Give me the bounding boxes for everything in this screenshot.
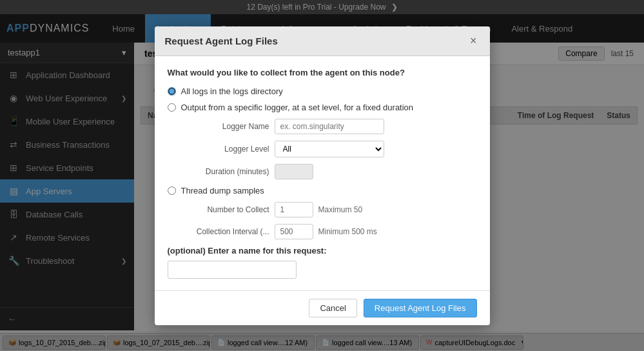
dialog-title: Request Agent Log Files <box>165 35 278 46</box>
modal-overlay: Request Agent Log Files × What would you… <box>0 0 644 351</box>
thread-fields: Number to Collect Maximum 50 Collection … <box>186 202 477 239</box>
num-collect-hint: Maximum 50 <box>318 205 363 214</box>
logger-fields: Logger Name Logger Level All DEBUG INFO … <box>186 119 477 179</box>
radio-option-all-logs[interactable]: All logs in the logs directory <box>168 86 477 96</box>
radio-all-logs-label: All logs in the logs directory <box>181 86 283 96</box>
logger-name-input[interactable] <box>275 119 384 134</box>
radio-specific-logger[interactable] <box>168 103 176 112</box>
logger-name-row: Logger Name <box>186 119 477 134</box>
duration-row: Duration (minutes) <box>186 164 477 179</box>
radio-thread-dump[interactable] <box>168 186 176 195</box>
dialog: Request Agent Log Files × What would you… <box>155 26 490 325</box>
radio-option-specific-logger[interactable]: Output from a specific logger, at a set … <box>168 103 477 112</box>
radio-specific-logger-label: Output from a specific logger, at a set … <box>181 103 414 112</box>
thread-dump-row[interactable]: Thread dump samples <box>168 186 477 196</box>
cancel-button[interactable]: Cancel <box>309 299 356 317</box>
collection-interval-row: Collection Interval (... Minimum 500 ms <box>186 224 477 239</box>
logger-level-row: Logger Level All DEBUG INFO WARN ERROR <box>186 141 477 157</box>
collection-interval-hint: Minimum 500 ms <box>318 227 377 236</box>
optional-label: (optional) Enter a name for this request… <box>168 246 477 256</box>
dialog-question: What would you like to collect from the … <box>168 68 477 77</box>
dialog-footer: Cancel Request Agent Log Files <box>155 290 490 325</box>
num-collect-input[interactable] <box>275 202 313 217</box>
radio-thread-dump-label: Thread dump samples <box>181 186 264 196</box>
dialog-header: Request Agent Log Files × <box>155 26 490 56</box>
dialog-body: What would you like to collect from the … <box>155 56 490 290</box>
radio-all-logs[interactable] <box>168 87 176 95</box>
optional-name-input[interactable] <box>168 261 297 279</box>
num-collect-label: Number to Collect <box>186 205 269 214</box>
logger-level-select[interactable]: All DEBUG INFO WARN ERROR <box>275 141 384 157</box>
duration-label: Duration (minutes) <box>186 167 269 176</box>
collection-interval-input[interactable] <box>275 224 313 239</box>
num-collect-row: Number to Collect Maximum 50 <box>186 202 477 217</box>
logger-name-label: Logger Name <box>186 122 269 131</box>
request-log-files-button[interactable]: Request Agent Log Files <box>364 299 477 317</box>
duration-input[interactable] <box>275 164 313 179</box>
logger-level-label: Logger Level <box>186 145 269 154</box>
dialog-close-button[interactable]: × <box>467 34 480 48</box>
collection-interval-label: Collection Interval (... <box>186 227 269 236</box>
